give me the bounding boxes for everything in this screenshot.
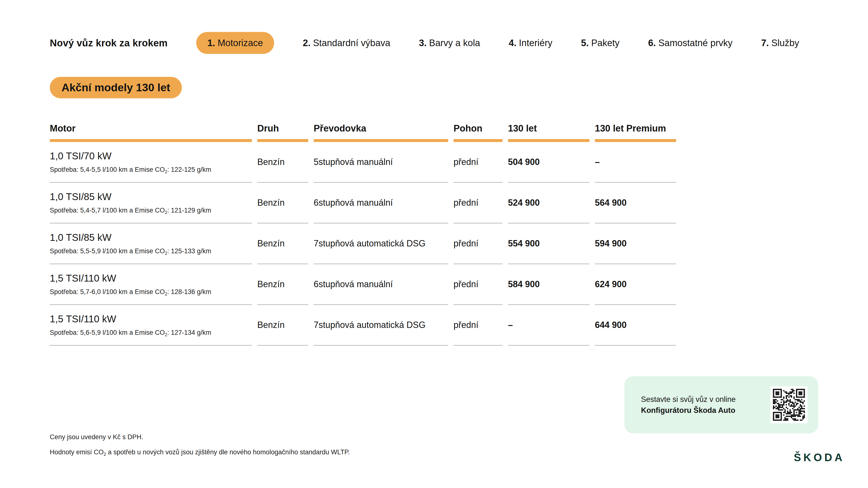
promo-badge-130let[interactable]: Akční modely 130 let <box>50 77 182 98</box>
price-130let: 554 900 <box>508 224 589 264</box>
fuel-type: Benzín <box>257 224 308 264</box>
transmission: 6stupňová manuální <box>314 264 448 305</box>
step-label: Motorizace <box>217 38 263 48</box>
engine-name: 1,5 TSI/110 kW <box>50 273 116 284</box>
consumption-text-suffix: : 125-133 g/km <box>167 248 211 255</box>
drivetrain: přední <box>454 142 503 183</box>
step-number: 7. <box>761 38 769 48</box>
transmission: 6stupňová manuální <box>314 183 448 224</box>
price-130let: 584 900 <box>508 264 589 305</box>
price-table: Motor Druh Převodovka Pohon 130 let 130 … <box>50 123 676 346</box>
engine-cell: 1,5 TSI/110 kW Spotřeba: 5,6-5,9 l/100 k… <box>50 305 252 346</box>
promo-line-1: Sestavte si svůj vůz v online <box>641 394 736 405</box>
table-row: 1,0 TSI/85 kW Spotřeba: 5,4-5,7 l/100 km… <box>50 183 676 224</box>
drivetrain: přední <box>454 183 503 224</box>
nav-step-barvy-a-kola[interactable]: 3. Barvy a kola <box>419 38 480 48</box>
vat-note: Ceny jsou uvedeny v Kč s DPH. <box>50 433 350 441</box>
fuel-type: Benzín <box>257 142 308 183</box>
column-header-130let-premium: 130 let Premium <box>595 123 676 142</box>
consumption-emissions-note: Spotřeba: 5,6-5,9 l/100 km a Emise CO2: … <box>50 329 211 336</box>
nav-step-interiery[interactable]: 4. Interiéry <box>509 38 552 48</box>
consumption-emissions-note: Spotřeba: 5,7-6,0 l/100 km a Emise CO2: … <box>50 288 211 296</box>
step-number: 3. <box>419 38 427 48</box>
footnotes: Ceny jsou uvedeny v Kč s DPH. Hodnoty em… <box>50 433 350 456</box>
price-130let-premium: 624 900 <box>595 264 676 305</box>
promo-line-2: Konfigurátoru Škoda Auto <box>641 405 736 416</box>
step-number: 6. <box>648 38 656 48</box>
consumption-text-suffix: : 127-134 g/km <box>167 329 211 336</box>
wltp-note-text-suffix: a spotřeb u nových vozů jsou zjištěny dl… <box>106 449 350 456</box>
step-label: Interiéry <box>519 38 552 48</box>
co2-subscript: 2 <box>165 332 167 337</box>
price-130let-premium: 594 900 <box>595 224 676 264</box>
wltp-note: Hodnoty emisí CO2 a spotřeb u nových voz… <box>50 449 350 456</box>
drivetrain: přední <box>454 224 503 264</box>
co2-subscript: 2 <box>165 292 167 296</box>
engine-cell: 1,0 TSI/85 kW Spotřeba: 5,4-5,7 l/100 km… <box>50 183 252 224</box>
transmission: 7stupňová automatická DSG <box>314 224 448 264</box>
engine-name: 1,0 TSI/70 kW <box>50 151 112 162</box>
column-header-motor: Motor <box>50 123 252 142</box>
step-label: Pakety <box>591 38 620 48</box>
fuel-type: Benzín <box>257 264 308 305</box>
consumption-emissions-note: Spotřeba: 5,5-5,9 l/100 km a Emise CO2: … <box>50 248 211 255</box>
wltp-note-text: Hodnoty emisí CO <box>50 449 104 456</box>
table-row: 1,5 TSI/110 kW Spotřeba: 5,7-6,0 l/100 k… <box>50 264 676 305</box>
nav-step-samostatne-prvky[interactable]: 6. Samostatné prvky <box>648 38 733 48</box>
qr-code-icon <box>770 386 807 423</box>
configurator-promo-panel: Sestavte si svůj vůz v online Konfigurát… <box>624 376 818 433</box>
consumption-text: Spotřeba: 5,7-6,0 l/100 km a Emise CO <box>50 288 165 295</box>
step-navigation: Nový vůz krok za krokem 1. Motorizace 2.… <box>50 32 799 54</box>
engine-name: 1,0 TSI/85 kW <box>50 232 112 243</box>
price-130let-premium: 644 900 <box>595 305 676 346</box>
step-number: 4. <box>509 38 517 48</box>
fuel-type: Benzín <box>257 305 308 346</box>
drivetrain: přední <box>454 264 503 305</box>
engine-name: 1,0 TSI/85 kW <box>50 191 112 202</box>
column-header-druh: Druh <box>257 123 308 142</box>
co2-subscript: 2 <box>165 251 167 256</box>
step-label: Barvy a kola <box>429 38 480 48</box>
co2-subscript: 2 <box>104 452 106 457</box>
engine-cell: 1,0 TSI/85 kW Spotřeba: 5,5-5,9 l/100 km… <box>50 224 252 264</box>
nav-step-sluzby[interactable]: 7. Služby <box>761 38 799 48</box>
consumption-text-suffix: : 122-125 g/km <box>167 166 211 173</box>
engine-cell: 1,0 TSI/70 kW Spotřeba: 5,4-5,5 l/100 km… <box>50 142 252 183</box>
step-label: Samostatné prvky <box>658 38 733 48</box>
price-130let: 524 900 <box>508 183 589 224</box>
co2-subscript: 2 <box>165 169 167 174</box>
drivetrain: přední <box>454 305 503 346</box>
price-130let: 504 900 <box>508 142 589 183</box>
engine-name: 1,5 TSI/110 kW <box>50 314 116 325</box>
nav-step-motorizace[interactable]: 1. Motorizace <box>196 32 274 54</box>
transmission: 5stupňová manuální <box>314 142 448 183</box>
fuel-type: Benzín <box>257 183 308 224</box>
price-130let-premium: – <box>595 142 676 183</box>
engine-cell: 1,5 TSI/110 kW Spotřeba: 5,7-6,0 l/100 k… <box>50 264 252 305</box>
consumption-emissions-note: Spotřeba: 5,4-5,5 l/100 km a Emise CO2: … <box>50 166 211 173</box>
price-130let: – <box>508 305 589 346</box>
consumption-emissions-note: Spotřeba: 5,4-5,7 l/100 km a Emise CO2: … <box>50 207 211 214</box>
price-130let-premium: 564 900 <box>595 183 676 224</box>
column-header-prevodovka: Převodovka <box>314 123 448 142</box>
configurator-promo-text: Sestavte si svůj vůz v online Konfigurát… <box>641 394 736 416</box>
step-number: 5. <box>581 38 589 48</box>
step-number: 2. <box>303 38 310 48</box>
table-row: 1,0 TSI/70 kW Spotřeba: 5,4-5,5 l/100 km… <box>50 142 676 183</box>
nav-step-standardni-vybava[interactable]: 2. Standardní výbava <box>303 38 390 48</box>
nav-step-pakety[interactable]: 5. Pakety <box>581 38 620 48</box>
column-header-pohon: Pohon <box>454 123 503 142</box>
consumption-text: Spotřeba: 5,4-5,7 l/100 km a Emise CO <box>50 207 165 214</box>
table-row: 1,0 TSI/85 kW Spotřeba: 5,5-5,9 l/100 km… <box>50 224 676 264</box>
step-label: Standardní výbava <box>313 38 390 48</box>
skoda-logo: ŠKODA <box>794 451 845 464</box>
page-title: Nový vůz krok za krokem <box>50 38 168 48</box>
transmission: 7stupňová automatická DSG <box>314 305 448 346</box>
consumption-text-suffix: : 121-129 g/km <box>167 207 211 214</box>
step-number: 1. <box>208 38 215 48</box>
table-row: 1,5 TSI/110 kW Spotřeba: 5,6-5,9 l/100 k… <box>50 305 676 346</box>
co2-subscript: 2 <box>165 210 167 215</box>
table-header: Motor Druh Převodovka Pohon 130 let 130 … <box>50 123 676 142</box>
step-label: Služby <box>771 38 799 48</box>
consumption-text: Spotřeba: 5,5-5,9 l/100 km a Emise CO <box>50 248 165 255</box>
